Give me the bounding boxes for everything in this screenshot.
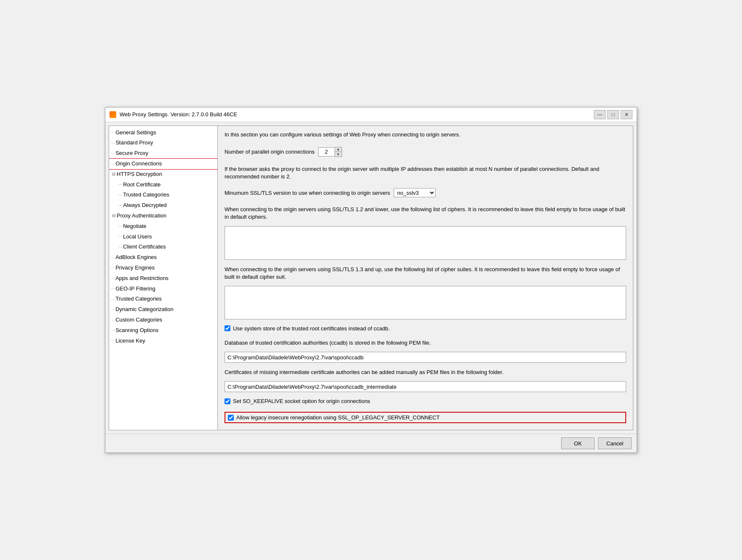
sidebar-item-secure-proxy[interactable]: ···Secure Proxy xyxy=(109,148,217,159)
parallel-connections-spinner: ▲ ▼ xyxy=(318,147,342,157)
use-system-store-row: Use system store of the trusted root cer… xyxy=(225,325,626,332)
expander-icon[interactable]: ⊟ xyxy=(111,212,117,219)
sidebar-item-standard-proxy[interactable]: ···Standard Proxy xyxy=(109,138,217,148)
spinner-down-button[interactable]: ▼ xyxy=(335,152,342,157)
connector-icon: ··· xyxy=(111,129,115,136)
window-title: Web Proxy Settings. Version: 2.7.0.0 Bui… xyxy=(120,111,237,118)
ok-button[interactable]: OK xyxy=(561,437,595,449)
connector-icon: ··· xyxy=(111,296,115,303)
title-bar-left: Web Proxy Settings. Version: 2.7.0.0 Bui… xyxy=(110,111,237,118)
cipher-13-desc: When connecting to the origin servers us… xyxy=(225,266,626,281)
cipher-12-textarea[interactable] xyxy=(225,226,626,260)
content-area: ···General Settings···Standard Proxy···S… xyxy=(105,122,637,434)
sidebar-item-local-users[interactable]: ···Local Users xyxy=(109,232,217,242)
cipher-13-textarea[interactable] xyxy=(225,286,626,319)
sidebar-label: GEO-IP Filtering xyxy=(115,285,155,293)
app-icon xyxy=(110,111,116,118)
connector-icon: ··· xyxy=(118,243,122,251)
sidebar-item-apps-and-restrictions[interactable]: ···Apps and Restrictions xyxy=(109,273,217,284)
ssl-version-dropdown: no_sslv3 no_sslv2 tlsv1 tlsv1.1 tlsv1.2 xyxy=(394,188,436,197)
sidebar-item-https-decryption[interactable]: ⊟HTTPS Decryption xyxy=(109,169,217,180)
ccadb-desc: Database of trusted certification author… xyxy=(225,339,626,347)
connector-icon: ··· xyxy=(111,285,115,293)
keepalive-checkbox[interactable] xyxy=(225,398,230,404)
intermediate-desc: Certificates of missing intermediate cer… xyxy=(225,369,626,376)
connector-icon: ··· xyxy=(118,181,122,188)
connector-icon: ··· xyxy=(111,264,115,272)
legacy-renegotiation-row: Allow legacy insecure renegotiation usin… xyxy=(225,412,626,423)
use-system-store-label[interactable]: Use system store of the trusted root cer… xyxy=(233,325,390,332)
ssl-version-row: Minumum SSL/TLS version to use when conn… xyxy=(225,188,626,197)
keepalive-row: Set SO_KEEPALIVE socket option for origi… xyxy=(225,398,626,404)
sidebar-item-root-certificate[interactable]: ···Root Certificate xyxy=(109,180,217,190)
parallel-desc: If the browser asks the proxy to connect… xyxy=(225,165,626,181)
sidebar-item-scanning-options[interactable]: ···Scanning Options xyxy=(109,325,217,336)
sidebar-item-always-decrypted[interactable]: ···Always Decrypted xyxy=(109,200,217,211)
main-panel: In this section you can configure variou… xyxy=(218,126,633,431)
sidebar-label: License Key xyxy=(115,337,145,345)
sidebar-item-general-settings[interactable]: ···General Settings xyxy=(109,128,217,138)
cancel-button[interactable]: Cancel xyxy=(598,437,632,449)
minimize-button[interactable]: — xyxy=(594,110,606,119)
sidebar-label: AdBlock Engines xyxy=(115,253,157,262)
sidebar-label: Always Decrypted xyxy=(123,201,167,210)
sidebar-item-trusted-categories-https[interactable]: ···Trusted Categories xyxy=(109,190,217,200)
sidebar-item-adblock-engines[interactable]: ···AdBlock Engines xyxy=(109,252,217,263)
sidebar-label: Scanning Options xyxy=(115,326,159,335)
connector-icon: ··· xyxy=(111,306,115,314)
sidebar-item-custom-categories[interactable]: ···Custom Categories xyxy=(109,315,217,325)
sidebar: ···General Settings···Standard Proxy···S… xyxy=(109,126,218,431)
ssl-version-label: Minumum SSL/TLS version to use when conn… xyxy=(225,190,390,196)
sidebar-label: Trusted Categories xyxy=(123,191,169,199)
bottom-bar: OK Cancel xyxy=(105,434,637,453)
sidebar-label: Privacy Engines xyxy=(115,264,154,272)
connector-icon: ··· xyxy=(111,160,115,168)
ssl-version-select[interactable]: no_sslv3 no_sslv2 tlsv1 tlsv1.1 tlsv1.2 xyxy=(394,188,436,197)
sidebar-item-origin-connections[interactable]: ···Origin Connections xyxy=(109,159,217,169)
intermediate-path-input[interactable] xyxy=(225,381,626,392)
close-button[interactable]: ✕ xyxy=(621,110,632,119)
sidebar-label: Dynamic Categorization xyxy=(115,305,173,314)
main-window: Web Proxy Settings. Version: 2.7.0.0 Bui… xyxy=(105,107,637,453)
sidebar-item-privacy-engines[interactable]: ···Privacy Engines xyxy=(109,263,217,273)
use-system-store-checkbox[interactable] xyxy=(225,325,230,331)
spinner-up-button[interactable]: ▲ xyxy=(335,147,342,152)
sidebar-item-trusted-categories[interactable]: ···Trusted Categories xyxy=(109,294,217,304)
connector-icon: ··· xyxy=(111,254,115,262)
cipher-12-desc: When connecting to the origin servers us… xyxy=(225,206,626,221)
sidebar-label: HTTPS Decryption xyxy=(117,170,162,179)
expander-icon[interactable]: ⊟ xyxy=(111,171,117,178)
ccadb-path-input[interactable] xyxy=(225,352,626,363)
sidebar-label: Standard Proxy xyxy=(115,139,153,147)
maximize-button[interactable]: □ xyxy=(607,110,619,119)
connector-icon: ··· xyxy=(118,202,122,209)
sidebar-item-dynamic-categorization[interactable]: ···Dynamic Categorization xyxy=(109,304,217,315)
sidebar-label: Trusted Categories xyxy=(115,295,162,304)
sidebar-item-license-key[interactable]: ···License Key xyxy=(109,336,217,346)
sidebar-item-client-certificates[interactable]: ···Client Certificates xyxy=(109,242,217,252)
sidebar-label: Apps and Restrictions xyxy=(115,274,168,283)
sidebar-label: Local Users xyxy=(123,233,152,241)
sidebar-item-negotiate[interactable]: ···Negotiate xyxy=(109,221,217,232)
connector-icon: ··· xyxy=(118,222,122,230)
sidebar-label: Secure Proxy xyxy=(115,149,148,158)
sidebar-label: Negotiate xyxy=(123,222,146,231)
sidebar-item-geo-ip-filtering[interactable]: ···GEO-IP Filtering xyxy=(109,284,217,294)
connector-icon: ··· xyxy=(111,150,115,157)
sidebar-label: Origin Connections xyxy=(115,160,162,168)
keepalive-label[interactable]: Set SO_KEEPALIVE socket option for origi… xyxy=(233,398,370,404)
parallel-connections-input[interactable] xyxy=(318,147,335,157)
connector-icon: ··· xyxy=(111,139,115,147)
legacy-renegotiation-checkbox[interactable] xyxy=(228,415,234,421)
spinner-buttons: ▲ ▼ xyxy=(335,147,342,157)
intro-text: In this section you can configure variou… xyxy=(225,131,626,139)
sidebar-item-proxy-authentication[interactable]: ⊟Proxy Authentication xyxy=(109,211,217,221)
window-controls: — □ ✕ xyxy=(594,110,632,119)
title-bar: Web Proxy Settings. Version: 2.7.0.0 Bui… xyxy=(105,107,637,122)
connector-icon: ··· xyxy=(118,233,122,241)
legacy-renegotiation-label[interactable]: Allow legacy insecure renegotiation usin… xyxy=(236,414,440,421)
connector-icon: ··· xyxy=(111,275,115,282)
connector-icon: ··· xyxy=(118,191,122,199)
connector-icon: ··· xyxy=(111,327,115,334)
sidebar-label: Custom Categories xyxy=(115,316,162,324)
